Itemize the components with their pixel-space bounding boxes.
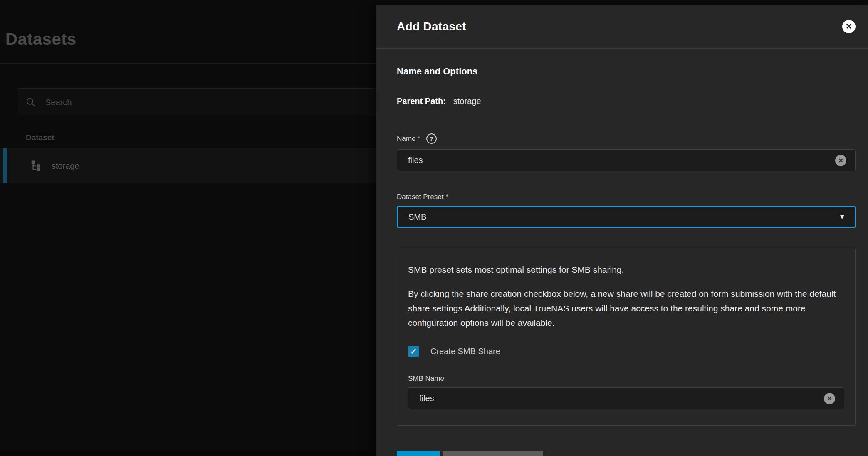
save-button[interactable]: Save bbox=[397, 451, 440, 456]
page-title: Datasets bbox=[5, 30, 77, 49]
panel-title: Add Dataset bbox=[397, 20, 466, 33]
parent-path-value: storage bbox=[453, 96, 481, 106]
smb-name-input[interactable] bbox=[408, 387, 844, 409]
dataset-tree-icon bbox=[30, 160, 42, 172]
search-input[interactable] bbox=[45, 98, 368, 107]
close-icon[interactable]: ✕ bbox=[842, 20, 856, 33]
panel-body: Name and Options Parent Path: storage Na… bbox=[376, 49, 868, 456]
smb-name-label: SMB Name bbox=[408, 375, 844, 383]
clear-name-icon[interactable]: ✕ bbox=[835, 155, 846, 166]
smb-preset-info-box: SMB preset sets most optimal settings fo… bbox=[397, 249, 856, 426]
create-smb-share-checkbox[interactable]: ✓ bbox=[408, 346, 419, 357]
dataset-row-label: storage bbox=[52, 161, 79, 171]
dataset-search-box[interactable] bbox=[17, 88, 376, 116]
selected-row-accent-bar bbox=[3, 148, 7, 183]
chevron-down-icon: ▼ bbox=[838, 213, 846, 221]
clear-smb-name-icon[interactable]: ✕ bbox=[824, 393, 835, 404]
section-title: Name and Options bbox=[397, 66, 856, 77]
dataset-preset-select[interactable]: SMB ▼ bbox=[397, 206, 856, 228]
name-field-label-row: Name * ? bbox=[397, 133, 856, 144]
parent-path-label: Parent Path: bbox=[397, 96, 446, 106]
advanced-options-button[interactable]: Advanced Options bbox=[443, 451, 543, 456]
smb-name-field-wrap: ✕ bbox=[408, 387, 844, 409]
create-smb-share-row[interactable]: ✓ Create SMB Share bbox=[408, 346, 844, 357]
dataset-tree-row-storage[interactable]: storage bbox=[0, 148, 376, 183]
parent-path-row: Parent Path: storage bbox=[397, 96, 856, 106]
preset-info-paragraph: By clicking the share creation checkbox … bbox=[408, 286, 841, 330]
form-actions: Save Advanced Options bbox=[397, 451, 856, 456]
name-field-label: Name * bbox=[397, 135, 420, 143]
create-smb-share-label: Create SMB Share bbox=[430, 347, 500, 356]
name-input[interactable] bbox=[397, 149, 856, 171]
preset-field-label-row: Dataset Preset * bbox=[397, 193, 856, 201]
preset-field-label: Dataset Preset * bbox=[397, 193, 448, 201]
add-dataset-panel: Add Dataset ✕ Name and Options Parent Pa… bbox=[376, 5, 868, 456]
help-icon[interactable]: ? bbox=[426, 133, 437, 144]
panel-header: Add Dataset ✕ bbox=[376, 5, 868, 49]
dataset-column-header: Dataset bbox=[26, 133, 54, 142]
preset-selected-value: SMB bbox=[408, 212, 426, 222]
app-window: Datasets Dataset storage Add Data bbox=[0, 0, 868, 456]
name-field-wrap: ✕ bbox=[397, 149, 856, 171]
page-footer-strip bbox=[0, 451, 376, 456]
search-icon bbox=[25, 97, 36, 108]
page-header-divider bbox=[0, 63, 376, 64]
datasets-page-background: Datasets Dataset storage bbox=[0, 0, 376, 456]
preset-info-line: SMB preset sets most optimal settings fo… bbox=[408, 265, 844, 275]
